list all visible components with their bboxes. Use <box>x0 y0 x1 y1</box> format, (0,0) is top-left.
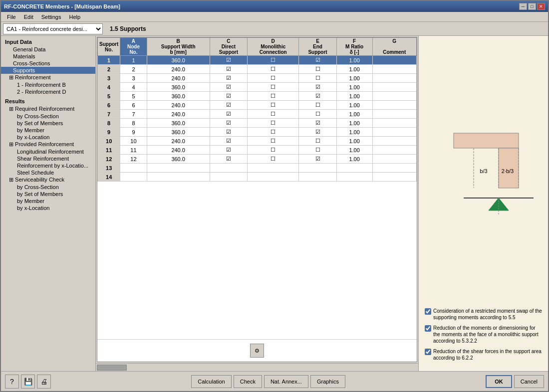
cell-monolithic[interactable] <box>248 173 299 182</box>
cell-direct[interactable]: ☑ <box>210 128 247 137</box>
sidebar-item-materials[interactable]: Materials <box>1 53 95 60</box>
cell-end[interactable]: ☑ <box>299 92 336 101</box>
option-checkbox-3[interactable] <box>425 349 431 355</box>
sidebar-item-svc-member[interactable]: by Member <box>1 197 95 204</box>
cell-end[interactable]: ☑ <box>299 155 336 164</box>
table-row[interactable]: 6 6 240.0 ☑ ☐ ☐ 1.00 <box>98 101 417 110</box>
cell-end[interactable] <box>299 164 336 173</box>
cell-direct[interactable]: ☑ <box>210 110 247 119</box>
table-row[interactable]: 12 12 360.0 ☑ ☐ ☑ 1.00 <box>98 155 417 164</box>
cell-direct[interactable]: ☑ <box>210 155 247 164</box>
table-container[interactable]: SupportNo. ANodeNo. BSupport Widthb [mm]… <box>97 37 417 339</box>
table-row[interactable]: 10 10 240.0 ☑ ☐ ☐ 1.00 <box>98 137 417 146</box>
cell-monolithic[interactable]: ☐ <box>248 119 299 128</box>
cell-monolithic[interactable]: ☐ <box>248 83 299 92</box>
sidebar-item-svc-x-location[interactable]: by x-Location <box>1 204 95 211</box>
sidebar-item-reinf-x-location[interactable]: Reinforcement by x-Locatio... <box>1 162 95 169</box>
maximize-button[interactable]: □ <box>528 3 536 10</box>
cell-monolithic[interactable]: ☐ <box>248 101 299 110</box>
sidebar-item-req-x-location[interactable]: by x-Location <box>1 134 95 141</box>
cell-monolithic[interactable]: ☐ <box>248 146 299 155</box>
cell-direct[interactable]: ☑ <box>210 101 247 110</box>
sidebar-item-svc-cross-section[interactable]: by Cross-Section <box>1 184 95 191</box>
sidebar-item-steel-schedule[interactable]: Steel Schedule <box>1 169 95 176</box>
close-button[interactable]: ✕ <box>537 3 545 10</box>
cell-end[interactable]: ☑ <box>299 119 336 128</box>
cell-direct[interactable]: ☑ <box>210 65 247 74</box>
sidebar-serviceability[interactable]: ⊞ Serviceability Check <box>1 176 95 184</box>
case-dropdown[interactable]: CA1 - Reinforced concrete desi... <box>3 23 103 34</box>
cell-direct[interactable]: ☑ <box>210 146 247 155</box>
sidebar-item-req-member[interactable]: by Member <box>1 127 95 134</box>
sidebar-item-longitudinal[interactable]: Longitudinal Reinforcement <box>1 148 95 155</box>
cell-end[interactable] <box>299 173 336 182</box>
cell-monolithic[interactable]: ☐ <box>248 155 299 164</box>
sidebar-item-cross-sections[interactable]: Cross-Sections <box>1 60 95 67</box>
sidebar-item-req-cross-section[interactable]: by Cross-Section <box>1 113 95 120</box>
cell-end[interactable]: ☐ <box>299 65 336 74</box>
cell-monolithic[interactable]: ☐ <box>248 74 299 83</box>
nat-annex-button[interactable]: Nat. Annex... <box>264 375 308 388</box>
cell-end[interactable]: ☐ <box>299 110 336 119</box>
cell-direct[interactable]: ☑ <box>210 56 247 65</box>
sidebar-item-svc-set-of-members[interactable]: by Set of Members <box>1 191 95 197</box>
save-button[interactable]: 💾 <box>21 375 35 389</box>
cell-monolithic[interactable]: ☐ <box>248 65 299 74</box>
menu-help[interactable]: Help <box>65 13 84 20</box>
sidebar-item-req-set-of-members[interactable]: by Set of Members <box>1 120 95 127</box>
table-row[interactable]: 13 <box>98 164 417 173</box>
cell-monolithic[interactable]: ☐ <box>248 92 299 101</box>
cell-monolithic[interactable] <box>248 164 299 173</box>
sidebar-provided-reinforcement[interactable]: ⊞ Provided Reinforcement <box>1 141 95 148</box>
table-row[interactable]: 5 5 360.0 ☑ ☐ ☑ 1.00 <box>98 92 417 101</box>
option-checkbox-1[interactable] <box>425 308 431 315</box>
table-row[interactable]: 9 9 360.0 ☑ ☐ ☑ 1.00 <box>98 128 417 137</box>
sidebar-item-reinforcement-b[interactable]: 1 - Reinforcement B <box>1 81 95 88</box>
cell-end[interactable]: ☐ <box>299 146 336 155</box>
menu-file[interactable]: File <box>3 13 20 20</box>
cell-direct[interactable]: ☑ <box>210 137 247 146</box>
table-row[interactable]: 8 8 360.0 ☑ ☐ ☑ 1.00 <box>98 119 417 128</box>
cell-direct[interactable] <box>210 173 247 182</box>
cell-monolithic[interactable]: ☐ <box>248 110 299 119</box>
cell-direct[interactable]: ☑ <box>210 119 247 128</box>
table-settings-button[interactable]: ⚙ <box>250 344 264 358</box>
cell-end[interactable]: ☑ <box>299 56 336 65</box>
print-button[interactable]: 🖨 <box>37 375 51 389</box>
sidebar-item-reinforcement[interactable]: ⊞ Reinforcement <box>1 74 95 81</box>
graphics-button[interactable]: Graphics <box>310 375 345 388</box>
help-button[interactable]: ? <box>5 375 19 389</box>
cell-direct[interactable]: ☑ <box>210 92 247 101</box>
sidebar-item-general-data[interactable]: General Data <box>1 46 95 53</box>
cancel-button[interactable]: Cancel <box>514 375 544 388</box>
cell-monolithic[interactable]: ☐ <box>248 56 299 65</box>
table-row[interactable]: 3 3 240.0 ☑ ☐ ☐ 1.00 <box>98 74 417 83</box>
cell-monolithic[interactable]: ☐ <box>248 128 299 137</box>
menu-settings[interactable]: Settings <box>37 13 65 20</box>
sidebar-item-reinforcement-d[interactable]: 2 - Reinforcement D <box>1 88 95 95</box>
cell-direct[interactable]: ☑ <box>210 74 247 83</box>
check-button[interactable]: Check <box>234 375 262 388</box>
table-row[interactable]: 7 7 240.0 ☑ ☐ ☐ 1.00 <box>98 110 417 119</box>
ok-button[interactable]: OK <box>486 375 512 388</box>
cell-end[interactable]: ☐ <box>299 101 336 110</box>
sidebar-item-supports[interactable]: Supports <box>1 67 95 74</box>
cell-end[interactable]: ☐ <box>299 74 336 83</box>
cell-direct[interactable]: ☑ <box>210 83 247 92</box>
table-row[interactable]: 11 11 240.0 ☑ ☐ ☐ 1.00 <box>98 146 417 155</box>
cell-direct[interactable] <box>210 164 247 173</box>
sidebar-item-shear[interactable]: Shear Reinforcement <box>1 155 95 162</box>
sidebar-scrollbar[interactable] <box>96 363 418 371</box>
table-row[interactable]: 4 4 360.0 ☑ ☐ ☑ 1.00 <box>98 83 417 92</box>
table-row[interactable]: 14 <box>98 173 417 182</box>
calculation-button[interactable]: Calculation <box>191 375 231 388</box>
table-row[interactable]: 1 1 360.0 ☑ ☐ ☑ 1.00 <box>98 56 417 65</box>
cell-end[interactable]: ☐ <box>299 137 336 146</box>
table-row[interactable]: 2 2 240.0 ☑ ☐ ☐ 1.00 <box>98 65 417 74</box>
cell-end[interactable]: ☑ <box>299 128 336 137</box>
minimize-button[interactable]: ─ <box>519 3 527 10</box>
option-checkbox-2[interactable] <box>425 325 431 332</box>
sidebar-required-reinforcement[interactable]: ⊞ Required Reinforcement <box>1 105 95 113</box>
cell-end[interactable]: ☑ <box>299 83 336 92</box>
cell-monolithic[interactable]: ☐ <box>248 137 299 146</box>
